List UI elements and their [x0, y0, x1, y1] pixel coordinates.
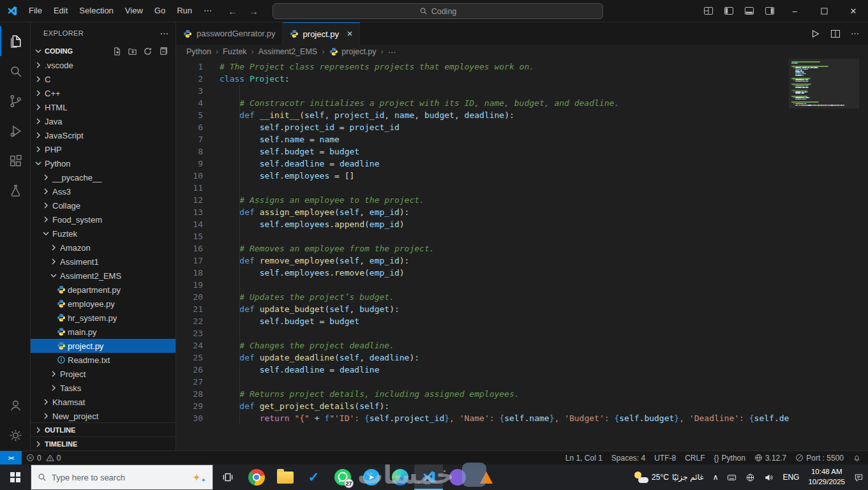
tree-item-c[interactable]: C++	[31, 86, 176, 100]
cursor-position[interactable]: Ln 1, Col 1	[561, 451, 607, 464]
tree-item-javascript[interactable]: JavaScript	[31, 128, 176, 142]
encoding[interactable]: UTF-8	[650, 451, 680, 464]
toggle-secondary-sidebar-icon[interactable]	[760, 0, 780, 22]
section-coding[interactable]: CODING	[31, 44, 176, 58]
touch-keyboard-icon[interactable]	[722, 464, 741, 490]
vscode-taskbar-icon[interactable]	[414, 464, 443, 490]
run-python-file-icon[interactable]	[810, 29, 820, 39]
eol-sequence[interactable]: CRLF	[680, 451, 709, 464]
section-outline[interactable]: OUTLINE	[31, 422, 176, 436]
menu-file[interactable]: File	[23, 3, 48, 19]
explorer-more-icon[interactable]: ⋯	[160, 28, 169, 38]
tree-item-pycache[interactable]: __pycache__	[31, 170, 176, 184]
tree-item-hr-system-py[interactable]: hr_system.py	[31, 311, 176, 325]
tree-item-project[interactable]: Project	[31, 367, 176, 381]
toggle-panel-icon[interactable]	[739, 0, 760, 22]
menu-go[interactable]: Go	[149, 3, 171, 19]
edge-icon[interactable]	[385, 464, 414, 490]
toggle-sidebar-icon[interactable]	[719, 0, 739, 22]
tab-close-icon[interactable]: ✕	[347, 29, 353, 38]
task-view-icon[interactable]	[213, 464, 242, 490]
menu-view[interactable]: View	[119, 3, 149, 19]
tree-item-food-system[interactable]: Food_system	[31, 212, 176, 226]
tree-item-php[interactable]: PHP	[31, 142, 176, 156]
search-sidebar-icon[interactable]	[0, 56, 30, 86]
tree-item-c[interactable]: C	[31, 72, 176, 86]
testing-icon[interactable]	[0, 176, 30, 206]
account-icon[interactable]	[0, 390, 30, 420]
tree-item-vscode[interactable]: .vscode	[31, 58, 176, 72]
breadcrumb-item-project-py[interactable]: project.py	[329, 47, 376, 57]
telegram-icon[interactable]: ➤	[357, 464, 385, 490]
breadcrumb-item-assiment2-ems[interactable]: Assiment2_EMS	[258, 47, 317, 56]
settings-gear-icon[interactable]	[0, 420, 30, 450]
section-timeline[interactable]: TIMELINE	[31, 436, 176, 450]
vlc-icon[interactable]	[472, 464, 500, 490]
start-button[interactable]	[0, 464, 31, 490]
customize-layout-icon[interactable]	[698, 0, 719, 22]
extensions-icon[interactable]	[0, 146, 30, 176]
tree-item-employee-py[interactable]: employee.py	[31, 297, 176, 311]
tree-item-python[interactable]: Python	[31, 156, 176, 170]
split-editor-icon[interactable]	[830, 29, 841, 39]
new-folder-icon[interactable]	[128, 47, 137, 56]
remote-indicator[interactable]: ><	[0, 451, 22, 464]
command-search-box[interactable]: Coding	[273, 3, 603, 19]
tree-item-main-py[interactable]: main.py	[31, 325, 176, 339]
chrome-icon[interactable]	[242, 464, 271, 490]
run-debug-icon[interactable]	[0, 116, 30, 146]
check-app-icon[interactable]: ✓	[299, 464, 328, 490]
menu-selection[interactable]: Selection	[73, 3, 119, 19]
whatsapp-icon[interactable]: 27	[328, 464, 357, 490]
nav-forward-icon[interactable]: →	[249, 6, 258, 17]
window-close-button[interactable]: ✕	[839, 0, 868, 22]
tab-passwordgenrator-py[interactable]: passwordGenrator.py	[176, 22, 283, 45]
purple-app-icon[interactable]	[443, 464, 472, 490]
source-control-icon[interactable]	[0, 86, 30, 116]
language-indicator[interactable]: ENG	[778, 464, 804, 490]
tree-item-collage[interactable]: Collage	[31, 198, 176, 212]
notifications-bell-icon[interactable]	[848, 451, 865, 464]
tree-item-fuztek[interactable]: Fuztek	[31, 226, 176, 241]
language-mode[interactable]: {} Python	[710, 451, 750, 464]
editor-code-area[interactable]: 1234567891011121314151617181920212223242…	[176, 59, 868, 450]
minimap[interactable]	[789, 59, 859, 450]
tree-item-html[interactable]: HTML	[31, 100, 176, 114]
tree-item-project-py[interactable]: project.py	[31, 339, 176, 353]
tree-item-new-project[interactable]: New_project	[31, 409, 176, 422]
tree-item-assiment1[interactable]: Assiment1	[31, 255, 176, 269]
tree-item-readme-txt[interactable]: Readme.txt	[31, 353, 176, 367]
nav-back-icon[interactable]: ←	[228, 6, 237, 17]
volume-icon[interactable]	[760, 464, 778, 490]
breadcrumb-more-icon[interactable]: ⋯	[388, 47, 396, 57]
window-maximize-button[interactable]	[809, 0, 839, 22]
explorer-icon[interactable]	[0, 26, 30, 56]
tree-item-java[interactable]: Java	[31, 114, 176, 128]
breadcrumb-item-fuztek[interactable]: Fuztek	[223, 47, 247, 56]
collapse-all-icon[interactable]	[158, 47, 168, 56]
action-center-icon[interactable]	[849, 464, 868, 490]
tab-project-py[interactable]: project.py✕	[283, 22, 360, 45]
live-server-port[interactable]: Port : 5500	[791, 451, 848, 464]
clock[interactable]: 10:48 AM 10/29/2025	[804, 464, 849, 490]
breadcrumb-item-python[interactable]: Python	[186, 47, 211, 56]
tree-item-khamsat[interactable]: Khamsat	[31, 395, 176, 409]
network-icon[interactable]	[741, 464, 760, 490]
menu-more-icon[interactable]: ⋯	[198, 3, 218, 19]
tree-item-department-py[interactable]: department.py	[31, 283, 176, 297]
tree-item-amazon[interactable]: Amazon	[31, 241, 176, 255]
tree-item-assiment2-ems[interactable]: Assiment2_EMS	[31, 269, 176, 283]
menu-edit[interactable]: Edit	[48, 3, 73, 19]
menu-run[interactable]: Run	[171, 3, 198, 19]
new-file-icon[interactable]	[112, 47, 122, 56]
refresh-icon[interactable]	[143, 47, 153, 56]
window-minimize-button[interactable]: –	[780, 0, 809, 22]
tree-item-ass3[interactable]: Ass3	[31, 184, 176, 198]
tree-item-tasks[interactable]: Tasks	[31, 381, 176, 395]
python-interpreter[interactable]: 3.12.7	[750, 451, 791, 464]
weather-widget[interactable]: 25°C غائم جزئيًا	[630, 464, 708, 490]
indentation[interactable]: Spaces: 4	[607, 451, 650, 464]
taskbar-search[interactable]: Type here to search ✦ ✦	[31, 464, 213, 490]
file-explorer-icon[interactable]	[271, 464, 299, 490]
problems-status[interactable]: 0 0	[22, 451, 65, 464]
